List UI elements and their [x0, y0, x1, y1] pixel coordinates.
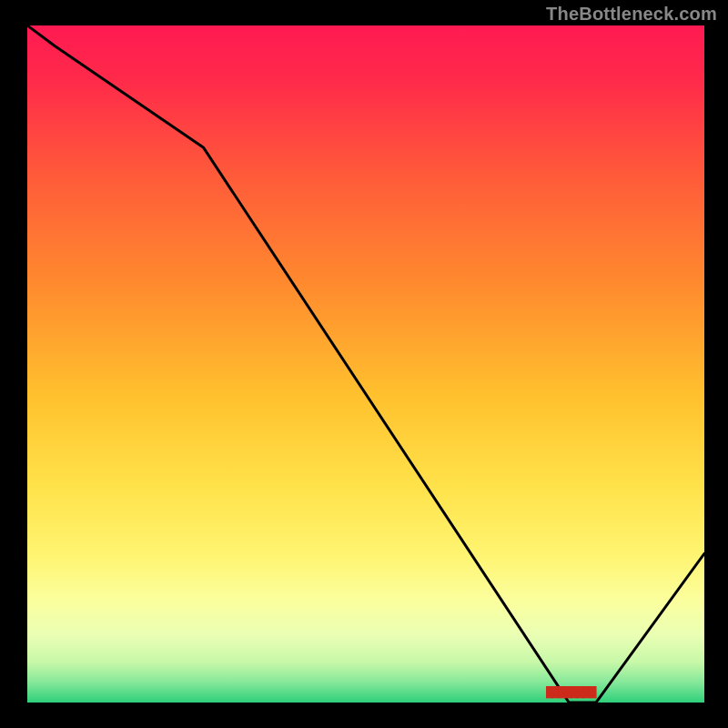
chart-container: TheBottleneck.com — [0, 0, 728, 728]
plot-area: ████████ — [27, 25, 704, 703]
minimum-marker-label: ████████ — [546, 686, 595, 697]
bottleneck-curve — [27, 25, 704, 703]
watermark-text: TheBottleneck.com — [546, 4, 717, 25]
